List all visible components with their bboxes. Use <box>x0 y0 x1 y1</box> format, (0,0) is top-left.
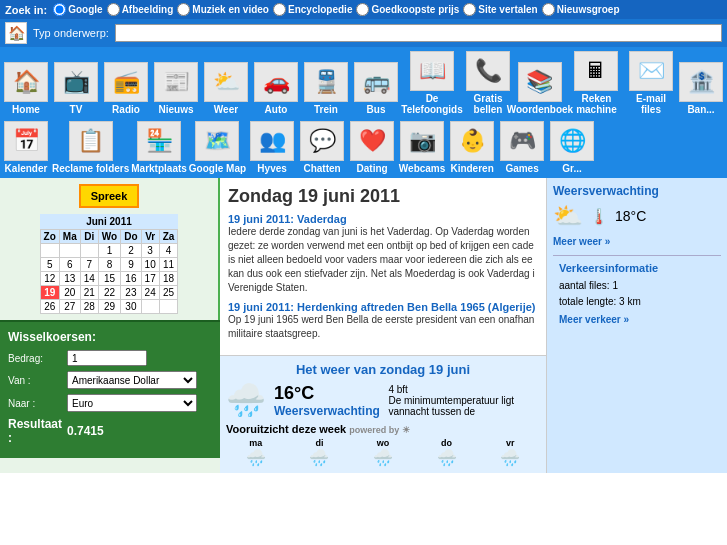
cal-day-12[interactable]: 12 <box>40 272 59 286</box>
search-option-muziek[interactable]: Muziek en video <box>177 3 269 16</box>
nav-item-chatten[interactable]: 💬 Chatten <box>298 121 346 174</box>
nav-item-weer[interactable]: ⛅ Weer <box>202 62 250 115</box>
search-option-nieuws[interactable]: Nieuwsgroep <box>542 3 620 16</box>
meer-weer-link[interactable]: Meer weer » <box>553 236 721 247</box>
nav-item-woordenboek[interactable]: 📚 Woordenboek <box>514 62 566 115</box>
nav-item-webcams[interactable]: 📷 Webcams <box>398 121 446 174</box>
cal-day-11[interactable]: 11 <box>159 258 178 272</box>
cal-day-9[interactable]: 9 <box>121 258 141 272</box>
home-icon[interactable]: 🏠 <box>5 22 27 44</box>
cal-day-22[interactable]: 22 <box>98 286 120 300</box>
radio-vertalen[interactable] <box>463 3 476 16</box>
radio-nieuws[interactable] <box>542 3 555 16</box>
naar-select[interactable]: EuroAmerikaanse DollarBrits PondJapanse … <box>67 394 197 412</box>
van-select[interactable]: Amerikaanse DollarEuroBrits PondJapanse … <box>67 371 197 389</box>
nav-item-nieuws[interactable]: 📰 Nieuws <box>152 62 200 115</box>
nav-item-tv[interactable]: 📺 TV <box>52 62 100 115</box>
cal-day-8[interactable]: 8 <box>98 258 120 272</box>
nav-item-bus[interactable]: 🚌 Bus <box>352 62 400 115</box>
nav-label: Woordenboek <box>507 104 573 115</box>
cal-day-4[interactable]: 4 <box>159 244 178 258</box>
nav-item-ban...[interactable]: 🏦 Ban... <box>677 62 725 115</box>
date-section: Zondag 19 juni 2011 19 juni 2011: Vaderd… <box>220 178 546 355</box>
traffic-length: totale lengte: 3 km <box>559 294 715 310</box>
nav-label: Games <box>505 163 538 174</box>
right-column: Weersverwachting ⛅ 🌡️ 18°C Meer weer » V… <box>547 178 727 473</box>
cal-day-1[interactable]: 1 <box>98 244 120 258</box>
radio-muziek[interactable] <box>177 3 190 16</box>
search-option-encyclopedie[interactable]: Encyclopedie <box>273 3 352 16</box>
forecast-title: Weersverwachting <box>553 184 721 198</box>
cal-day-29[interactable]: 29 <box>98 300 120 314</box>
radio-afbeelding[interactable] <box>107 3 120 16</box>
cal-day-17[interactable]: 17 <box>141 272 159 286</box>
naar-label: Naar : <box>8 398 63 409</box>
forecast-temp-value: 18°C <box>615 208 646 224</box>
search-option-afbeelding[interactable]: Afbeelding <box>107 3 174 16</box>
cal-day-5[interactable]: 5 <box>40 258 59 272</box>
cal-day-10[interactable]: 10 <box>141 258 159 272</box>
nav-icon: 📻 <box>104 62 148 102</box>
nav-item-auto[interactable]: 🚗 Auto <box>252 62 300 115</box>
nav-item-radio[interactable]: 📻 Radio <box>102 62 150 115</box>
cal-day-30[interactable]: 30 <box>121 300 141 314</box>
forecast-cloud-icon: ⛅ <box>553 202 583 230</box>
cal-header-do: Do <box>121 230 141 244</box>
cal-day-14[interactable]: 14 <box>80 272 98 286</box>
news-title-2[interactable]: 19 juni 2011: Herdenking aftreden Ben Be… <box>228 301 538 313</box>
cal-day-6[interactable]: 6 <box>59 258 80 272</box>
nav-item-trein[interactable]: 🚆 Trein <box>302 62 350 115</box>
nav-item-dating[interactable]: ❤️ Dating <box>348 121 396 174</box>
cal-day-21[interactable]: 21 <box>80 286 98 300</box>
wind-speed: 4 bft <box>388 384 540 395</box>
cal-day-empty <box>40 244 59 258</box>
cal-day-25[interactable]: 25 <box>159 286 178 300</box>
meer-verkeer-link[interactable]: Meer verkeer » <box>559 314 715 325</box>
nav-item-marktplaats[interactable]: 🏪 Marktplaats <box>131 121 187 174</box>
radio-google[interactable] <box>53 3 66 16</box>
cal-day-13[interactable]: 13 <box>59 272 80 286</box>
nav-item-gr...[interactable]: 🌐 Gr... <box>548 121 596 174</box>
cal-day-28[interactable]: 28 <box>80 300 98 314</box>
cal-day-3[interactable]: 3 <box>141 244 159 258</box>
cal-day-20[interactable]: 20 <box>59 286 80 300</box>
news-title-1[interactable]: 19 juni 2011: Vaderdag <box>228 213 538 225</box>
nav-item-home[interactable]: 🏠 Home <box>2 62 50 115</box>
radio-encyclopedie[interactable] <box>273 3 286 16</box>
bedrag-input[interactable] <box>67 350 147 366</box>
nav-icon: 💬 <box>300 121 344 161</box>
cal-day-24[interactable]: 24 <box>141 286 159 300</box>
cal-day-15[interactable]: 15 <box>98 272 120 286</box>
cal-day-23[interactable]: 23 <box>121 286 141 300</box>
spreek-button[interactable]: Spreek <box>79 184 139 208</box>
nav-item-kinderen[interactable]: 👶 Kinderen <box>448 121 496 174</box>
nav-item-rekenmachine[interactable]: 🖩 Reken machine <box>568 51 625 115</box>
cal-day-19[interactable]: 19 <box>40 286 59 300</box>
nav-item-googlemap[interactable]: 🗺️ Google Map <box>189 121 246 174</box>
radio-goedkoopste[interactable] <box>356 3 369 16</box>
cal-day-empty <box>141 300 159 314</box>
nav-item-kalender[interactable]: 📅 Kalender <box>2 121 50 174</box>
weather-week: ma 🌧️ di 🌧️ wo 🌧️ do 🌧️ vr 🌧️ <box>226 438 540 467</box>
cal-day-27[interactable]: 27 <box>59 300 80 314</box>
search-option-goedkoopste[interactable]: Goedkoopste prijs <box>356 3 459 16</box>
nav-label: Reken machine <box>568 93 625 115</box>
nav-item-reclamefolders[interactable]: 📋 Reclame folders <box>52 121 129 174</box>
url-input[interactable] <box>115 24 722 42</box>
cal-day-18[interactable]: 18 <box>159 272 178 286</box>
cal-day-2[interactable]: 2 <box>121 244 141 258</box>
nav-item-hyves[interactable]: 👥 Hyves <box>248 121 296 174</box>
nav-item-e-mailfiles[interactable]: ✉️ E-mail files <box>627 51 675 115</box>
nav-item-detelefoongids[interactable]: 📖 De Telefoongids <box>402 51 462 115</box>
search-bar: Zoek in: Google Afbeelding Muziek en vid… <box>0 0 727 19</box>
cal-day-7[interactable]: 7 <box>80 258 98 272</box>
nav-item-gratisbellen[interactable]: 📞 Gratis bellen <box>464 51 512 115</box>
bedrag-row: Bedrag: <box>8 350 212 366</box>
search-option-vertalen[interactable]: Site vertalen <box>463 3 537 16</box>
cal-day-26[interactable]: 26 <box>40 300 59 314</box>
nav-item-games[interactable]: 🎮 Games <box>498 121 546 174</box>
weather-current: 🌧️ 16°C Weersverwachting 4 bft De minimu… <box>226 381 540 419</box>
search-option-google[interactable]: Google <box>53 3 102 16</box>
cal-day-16[interactable]: 16 <box>121 272 141 286</box>
weather-title: Het weer van zondag 19 juni <box>226 362 540 377</box>
